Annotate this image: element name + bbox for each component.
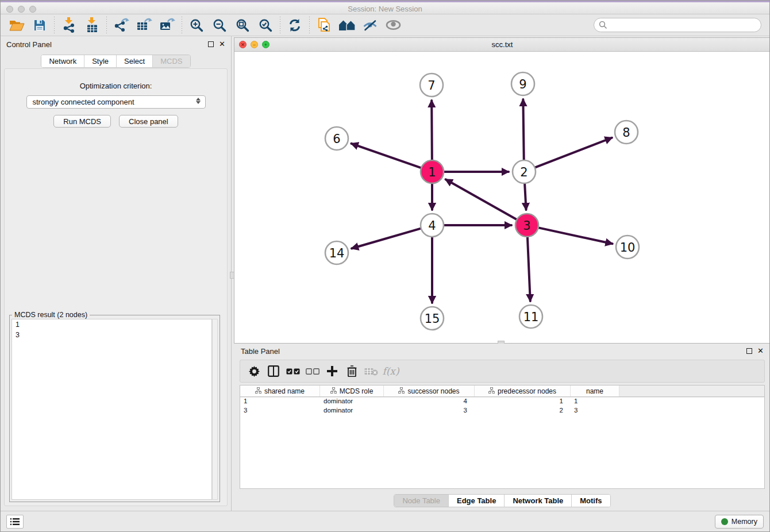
dropdown-value: strongly connected component: [33, 98, 134, 106]
column-header-mcds-role[interactable]: MCDS role: [320, 385, 384, 396]
tab-mcds[interactable]: MCDS: [153, 55, 190, 67]
edge-3-1[interactable]: [446, 179, 519, 221]
main-toolbar: [1, 14, 769, 36]
tab-network[interactable]: Network: [41, 55, 84, 67]
app-title: Session: New Session: [1, 5, 769, 13]
table-settings-icon[interactable]: [246, 363, 262, 379]
network-title: scc.txt: [234, 40, 770, 49]
edge-1-6[interactable]: [351, 144, 423, 169]
zoom-selected-icon[interactable]: [254, 16, 277, 34]
cell[interactable]: 2: [475, 406, 571, 415]
toolbar-separator: [54, 17, 55, 34]
cell[interactable]: 3: [240, 406, 320, 415]
import-table-icon[interactable]: [80, 16, 103, 34]
export-image-icon[interactable]: [156, 16, 179, 34]
edge-3-11[interactable]: [528, 234, 530, 301]
select-all-columns-icon[interactable]: [285, 363, 301, 379]
cell[interactable]: 1: [571, 397, 619, 406]
node-1[interactable]: 1: [421, 160, 444, 183]
result-item[interactable]: 1: [12, 319, 211, 330]
cell[interactable]: dominator: [320, 406, 384, 415]
import-network-icon[interactable]: [57, 16, 80, 34]
edge-4-14[interactable]: [352, 228, 424, 248]
tab-select[interactable]: Select: [117, 55, 153, 67]
tab-network-table[interactable]: Network Table: [505, 495, 572, 507]
result-item[interactable]: 3: [12, 330, 211, 340]
close-panel-button[interactable]: Close panel: [119, 115, 178, 128]
show-all-icon[interactable]: [382, 16, 405, 34]
tab-edge-table[interactable]: Edge Table: [449, 495, 505, 507]
add-column-icon[interactable]: [324, 363, 340, 379]
node-6[interactable]: 6: [325, 127, 348, 150]
node-3[interactable]: 3: [515, 214, 538, 237]
task-history-button[interactable]: [6, 515, 24, 529]
toolbar-separator: [309, 17, 310, 34]
export-table-icon[interactable]: [133, 16, 156, 34]
edge-1-7[interactable]: [432, 101, 432, 163]
node-11[interactable]: 11: [519, 305, 542, 328]
mcds-result-list[interactable]: 13: [11, 319, 212, 500]
memory-status-icon: [721, 518, 728, 525]
cell[interactable]: 4: [384, 397, 475, 406]
search-input[interactable]: [594, 18, 761, 32]
column-view-icon[interactable]: [265, 363, 282, 379]
clone-network-icon[interactable]: [313, 16, 336, 34]
column-header-shared-name[interactable]: shared name: [240, 385, 320, 396]
node-8[interactable]: 8: [615, 121, 638, 144]
network-canvas[interactable]: 7968124314101511: [234, 52, 770, 343]
node-2[interactable]: 2: [513, 160, 536, 183]
memory-button[interactable]: Memory: [715, 515, 764, 529]
float-panel-icon[interactable]: [208, 41, 214, 47]
app-titlebar: Session: New Session: [1, 1, 769, 14]
mcds-panel: Optimization criterion: strongly connect…: [4, 68, 228, 506]
mcds-result-title: MCDS result (2 nodes): [12, 311, 90, 319]
edge-2-9[interactable]: [523, 99, 523, 163]
zoom-fit-icon[interactable]: [231, 16, 254, 34]
node-14[interactable]: 14: [325, 241, 348, 264]
tab-style[interactable]: Style: [84, 55, 117, 67]
column-header-name[interactable]: name: [571, 385, 619, 396]
edge-3-10[interactable]: [536, 227, 613, 244]
control-panel-tabs: NetworkStyleSelectMCDS: [1, 55, 231, 68]
deselect-all-columns-icon[interactable]: [305, 363, 321, 379]
result-scrollbar[interactable]: [212, 319, 218, 500]
edge-2-3[interactable]: [525, 181, 526, 210]
column-label: predecessor nodes: [498, 387, 556, 395]
close-table-panel-icon[interactable]: ✕: [757, 348, 764, 354]
first-neighbors-icon[interactable]: [336, 16, 359, 34]
hierarchy-icon: [255, 387, 261, 395]
zoom-in-icon[interactable]: [185, 16, 208, 34]
save-session-icon[interactable]: [28, 16, 51, 34]
node-10[interactable]: 10: [616, 236, 639, 259]
table-row[interactable]: 3dominator323: [240, 406, 764, 415]
cell[interactable]: 3: [384, 406, 475, 415]
export-network-icon[interactable]: [110, 16, 133, 34]
refresh-icon[interactable]: [283, 16, 306, 34]
edge-2-8[interactable]: [533, 138, 612, 168]
open-session-icon[interactable]: [5, 16, 28, 34]
close-panel-icon[interactable]: ✕: [219, 41, 225, 47]
float-table-panel-icon[interactable]: [746, 348, 752, 354]
node-table[interactable]: shared nameMCDS rolesuccessor nodesprede…: [240, 385, 765, 489]
network-window-titlebar[interactable]: ✕ − + scc.txt: [234, 38, 770, 52]
optimization-criterion-dropdown[interactable]: strongly connected component: [26, 95, 206, 109]
column-header-predecessor-nodes[interactable]: predecessor nodes: [475, 385, 571, 396]
cell[interactable]: 3: [571, 406, 619, 415]
cell[interactable]: dominator: [320, 397, 384, 406]
cell[interactable]: 1: [240, 397, 320, 406]
column-header-successor-nodes[interactable]: successor nodes: [384, 385, 475, 396]
tab-motifs[interactable]: Motifs: [572, 495, 610, 507]
table-row[interactable]: 1dominator411: [240, 397, 764, 406]
node-15[interactable]: 15: [421, 307, 444, 330]
run-mcds-button[interactable]: Run MCDS: [53, 115, 111, 128]
node-9[interactable]: 9: [511, 72, 534, 95]
tab-node-table[interactable]: Node Table: [394, 495, 449, 507]
zoom-out-icon[interactable]: [208, 16, 231, 34]
hide-selected-icon[interactable]: [359, 16, 382, 34]
cell[interactable]: 1: [475, 397, 571, 406]
node-4[interactable]: 4: [421, 214, 444, 237]
delete-column-icon[interactable]: [344, 363, 360, 379]
mcds-result-group: MCDS result (2 nodes) 13: [9, 315, 220, 502]
node-7[interactable]: 7: [420, 74, 443, 97]
table-panel-header: Table Panel ✕: [234, 344, 770, 358]
